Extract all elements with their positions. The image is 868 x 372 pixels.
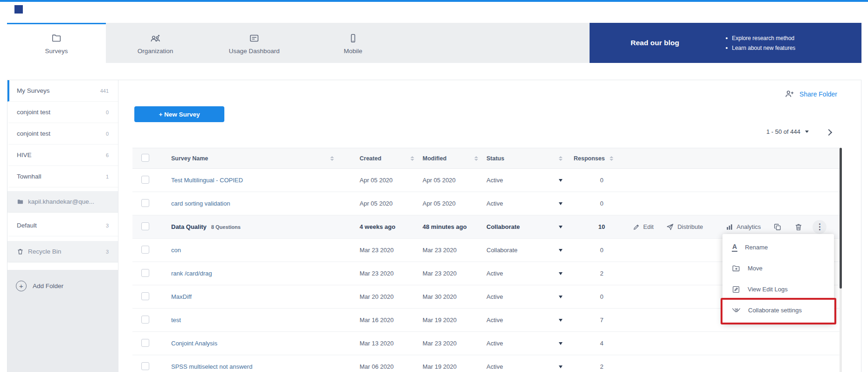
folder-count: 6 xyxy=(106,152,109,158)
row-context-menu: A Rename Move View Edit Logs Co xyxy=(722,234,834,324)
survey-name-link[interactable]: card sorting validation xyxy=(171,200,230,207)
row-checkbox[interactable] xyxy=(141,176,149,184)
tab-label: Mobile xyxy=(344,48,362,55)
survey-name-link[interactable]: rank /card/drag xyxy=(171,270,212,277)
tab-usage-dashboard[interactable]: Usage Dashboard xyxy=(205,23,304,63)
read-our-blog-link[interactable]: Read our blog xyxy=(631,39,679,47)
share-folder-button[interactable]: Share Folder xyxy=(785,90,837,98)
row-checkbox[interactable] xyxy=(141,362,149,370)
sidebar-footer: + Add Folder xyxy=(7,270,118,372)
row-checkbox[interactable] xyxy=(141,339,149,347)
menu-item-label: Move xyxy=(748,265,763,272)
created-value: Apr 05 2020 xyxy=(360,177,393,184)
status-value: Active xyxy=(486,200,503,207)
edit-button[interactable]: Edit xyxy=(632,223,653,231)
move-folder-icon xyxy=(732,264,740,273)
survey-name-link[interactable]: Data Quality xyxy=(171,223,207,230)
modified-value: Apr 05 2020 xyxy=(423,200,456,207)
delete-icon[interactable] xyxy=(794,223,803,231)
status-dropdown-caret[interactable] xyxy=(559,319,562,322)
row-checkbox[interactable] xyxy=(141,292,149,300)
sort-icon[interactable] xyxy=(610,156,613,161)
folder-count: 0 xyxy=(106,110,109,115)
status-dropdown-caret[interactable] xyxy=(559,296,562,298)
pencil-icon xyxy=(632,223,640,231)
status-dropdown-caret[interactable] xyxy=(559,179,562,182)
blog-bullet: Explore research method xyxy=(726,35,795,41)
menu-item-view-edit-logs[interactable]: View Edit Logs xyxy=(722,279,834,300)
distribute-button[interactable]: Distribute xyxy=(666,223,703,231)
folder-label: Townhall xyxy=(17,173,42,180)
modified-value: Mar 19 2020 xyxy=(423,317,457,324)
header-modified[interactable]: Modified xyxy=(423,155,486,162)
analytics-button[interactable]: Analytics xyxy=(726,223,761,231)
folder-label: My Surveys xyxy=(17,87,50,94)
status-dropdown-caret[interactable] xyxy=(559,342,562,345)
send-icon xyxy=(666,223,674,231)
top-bar xyxy=(0,2,868,18)
sort-icon[interactable] xyxy=(474,156,478,161)
sort-icon[interactable] xyxy=(559,156,562,161)
folder-label: conjoint test xyxy=(17,130,50,137)
sidebar-item-default[interactable]: Default 3 xyxy=(7,215,118,236)
survey-name-link[interactable]: Test Multilingual - COPIED xyxy=(171,177,243,184)
bullet-text: Learn about new features xyxy=(732,45,795,51)
row-checkbox[interactable] xyxy=(141,199,149,207)
status-dropdown-caret[interactable] xyxy=(559,202,562,205)
survey-name-link[interactable]: con xyxy=(171,247,181,254)
header-survey-name[interactable]: Survey Name xyxy=(163,155,360,162)
survey-name-link[interactable]: test xyxy=(171,317,181,324)
bar-chart-icon xyxy=(726,223,733,231)
tab-mobile[interactable]: Mobile xyxy=(304,23,403,63)
tab-surveys[interactable]: Surveys xyxy=(7,23,106,63)
header-responses[interactable]: Responses xyxy=(574,155,630,162)
row-checkbox[interactable] xyxy=(141,316,149,324)
sidebar-item-my-surveys[interactable]: My Surveys 441 xyxy=(7,80,118,102)
status-dropdown-caret[interactable] xyxy=(559,249,562,252)
sidebar-item-conjoint-test-1[interactable]: conjoint test 0 xyxy=(7,102,118,123)
header-status[interactable]: Status xyxy=(486,155,574,162)
menu-item-move[interactable]: Move xyxy=(722,258,834,279)
next-page-button[interactable] xyxy=(824,128,834,137)
menu-item-rename[interactable]: A Rename xyxy=(722,237,834,258)
tab-organization[interactable]: Organization xyxy=(106,23,205,63)
new-survey-button[interactable]: + New Survey xyxy=(134,106,224,122)
rename-icon: A xyxy=(732,243,737,251)
folder-sidebar: My Surveys 441 conjoint test 0 conjoint … xyxy=(7,80,118,372)
sidebar-item-recycle-bin[interactable]: Recycle Bin 3 xyxy=(7,241,118,262)
blog-banner: Read our blog Explore research method Le… xyxy=(590,23,861,63)
survey-name-link[interactable]: MaxDiff xyxy=(171,293,192,300)
row-checkbox[interactable] xyxy=(141,246,149,254)
status-dropdown-caret[interactable] xyxy=(559,226,562,228)
responses-value: 10 xyxy=(598,223,605,230)
app-logo xyxy=(14,5,23,14)
sidebar-item-townhall[interactable]: Townhall 1 xyxy=(7,166,118,187)
sidebar-item-hive[interactable]: HIVE 6 xyxy=(7,145,118,166)
survey-name-link[interactable]: SPSS multiselect not answerd xyxy=(171,363,252,370)
created-value: Apr 05 2020 xyxy=(360,200,393,207)
scrollbar-thumb[interactable] xyxy=(840,148,842,289)
table-row: Test Multilingual - COPIED Apr 05 2020 A… xyxy=(132,169,840,192)
sort-icon[interactable] xyxy=(410,156,414,161)
created-value: Mar 20 2020 xyxy=(360,293,394,300)
status-value: Active xyxy=(486,317,503,324)
pagination-dropdown[interactable]: 1 - 50 of 444 xyxy=(766,128,809,135)
responses-value: 7 xyxy=(600,317,603,324)
menu-item-label: Collaborate settings xyxy=(748,307,802,314)
menu-item-collaborate-settings[interactable]: Collaborate settings xyxy=(722,300,834,321)
add-folder-button[interactable]: + Add Folder xyxy=(7,276,118,296)
row-checkbox[interactable] xyxy=(141,269,149,277)
sidebar-item-conjoint-test-2[interactable]: conjoint test 0 xyxy=(7,123,118,145)
edit-label: Edit xyxy=(643,223,653,230)
select-all-checkbox[interactable] xyxy=(141,154,149,162)
status-dropdown-caret[interactable] xyxy=(559,272,562,275)
copy-icon[interactable] xyxy=(773,223,782,231)
sort-icon[interactable] xyxy=(330,156,334,161)
more-options-button[interactable]: ⋮ xyxy=(812,220,826,234)
status-dropdown-caret[interactable] xyxy=(559,365,562,368)
survey-name-link[interactable]: Conjoint Analysis xyxy=(171,340,217,347)
modified-value: Apr 05 2020 xyxy=(423,177,456,184)
sidebar-item-shared-folder[interactable]: kapil.khandekar@que... xyxy=(7,191,118,213)
row-checkbox[interactable] xyxy=(141,222,149,230)
header-created[interactable]: Created xyxy=(360,155,423,162)
